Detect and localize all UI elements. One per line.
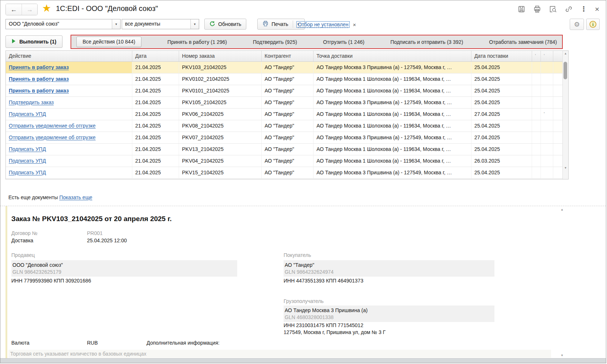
- tab-6[interactable]: Отработать замечания (784): [489, 39, 557, 45]
- delivery-point-cell: АО Тандер Москва 3 Пришвина (а) - 127549…: [314, 62, 471, 73]
- info-button[interactable]: i: [586, 19, 600, 30]
- document-type-select[interactable]: все документы ▼: [122, 19, 199, 29]
- scroll-up-icon[interactable]: ▲: [563, 52, 568, 55]
- print-icon[interactable]: [533, 5, 541, 13]
- document-type-select-value: все документы: [122, 19, 190, 29]
- flag-cell: [532, 120, 541, 132]
- delivery-value: 25.04.2025 12:00: [87, 238, 127, 243]
- column-header-3[interactable]: Номер заказа: [179, 51, 262, 61]
- row-filler: [553, 144, 563, 155]
- execute-button[interactable]: Выполнить (1): [5, 35, 62, 48]
- flag-column-header-1[interactable]: ': [532, 51, 541, 61]
- table-row[interactable]: Принять в работу заказ21.04.2025PKV0101_…: [6, 85, 563, 97]
- currency-label: Валюта: [11, 340, 30, 346]
- organization-select-value: ООО "Деловой союз": [6, 19, 112, 29]
- favorite-star-icon[interactable]: ★: [42, 3, 51, 14]
- flag-cell: [541, 97, 553, 108]
- counterparty-cell: АО "Тандер": [262, 62, 314, 73]
- window-bottom-edge: [0, 358, 606, 363]
- filter-link[interactable]: Отбор не установлен: [296, 21, 350, 28]
- action-link[interactable]: Подтвердить заказ: [9, 99, 54, 105]
- buyer-label: Покупатель: [284, 252, 311, 258]
- delivery-point-cell: АО Тандер Москва 3 Пришвина (а) - 127549…: [314, 167, 471, 178]
- scroll-down-icon[interactable]: ▼: [563, 166, 568, 170]
- tab-3[interactable]: Подтвердить (925): [253, 39, 297, 45]
- scrollbar-thumb[interactable]: [564, 62, 567, 79]
- date-cell: 21.04.2025: [132, 62, 179, 73]
- document-title: Заказ № PKV103_21042025 от 20 апреля 202…: [11, 215, 172, 223]
- flag-cell: [532, 85, 541, 96]
- more-menu-icon[interactable]: ⋮: [580, 5, 587, 13]
- action-link[interactable]: Подписать УПД: [9, 170, 46, 175]
- table-row[interactable]: Подписать УПД21.04.2025PKV13_21042025АО …: [6, 144, 563, 155]
- table-row[interactable]: Отправить уведомление об отгрузке21.04.2…: [6, 132, 563, 144]
- row-filler: [553, 155, 563, 167]
- table-row[interactable]: Подписать УПД21.04.2025PKV06_21042025АО …: [6, 109, 563, 120]
- row-filler: [553, 167, 563, 178]
- save-icon[interactable]: [517, 5, 526, 13]
- order-number-cell: PKV105_21042025: [179, 97, 262, 108]
- order-number-cell: PKV15_21042025: [179, 167, 262, 178]
- action-link[interactable]: Принять в работу заказ: [9, 76, 69, 82]
- action-cell: Принять в работу заказ: [6, 85, 132, 96]
- delivery-point-cell: АО Тандер Москва 3 Пришвина (а) - 127549…: [314, 97, 471, 108]
- table-row[interactable]: Отправить уведомление об отгрузке21.04.2…: [6, 120, 563, 132]
- table-row[interactable]: Подписать УПД21.04.2025PKV04_21042025АО …: [6, 155, 563, 167]
- refresh-button[interactable]: Обновить: [204, 19, 246, 30]
- action-cell: Подписать УПД: [6, 144, 132, 155]
- buyer-block: АО "Тандер" GLN 9864232624974: [284, 260, 494, 277]
- seller-gln: GLN 9864232625179: [12, 269, 235, 276]
- delivery-date-cell: 27.04.2025: [471, 132, 532, 143]
- tab-4[interactable]: Отгрузить (1 246): [323, 39, 364, 45]
- delivery-date-cell: 25.04.2025: [471, 73, 532, 85]
- action-link[interactable]: Подписать УПД: [9, 111, 46, 117]
- filter-clear-icon[interactable]: ×: [353, 22, 356, 28]
- table-row[interactable]: Принять в работу заказ21.04.2025PKV0102_…: [6, 73, 563, 85]
- tab-2[interactable]: Принять в работу (1 296): [167, 39, 227, 45]
- action-link[interactable]: Принять в работу заказ: [9, 88, 69, 94]
- delivery-date-cell: 26.03.2025: [471, 155, 532, 167]
- delivery-date-cell: 25.04.2025: [471, 85, 532, 96]
- preview-search-icon[interactable]: [549, 5, 557, 13]
- column-header-2[interactable]: Дата: [132, 51, 179, 61]
- delivery-date-cell: 25.04.2025: [471, 97, 532, 108]
- tab-5[interactable]: Подписать и отправить (3 392): [390, 39, 463, 45]
- flag-cell: [541, 120, 553, 132]
- chevron-down-icon[interactable]: ▼: [112, 19, 120, 29]
- column-header-4[interactable]: Контрагент: [262, 51, 314, 61]
- action-link[interactable]: Отправить уведомление об отгрузке: [9, 134, 96, 140]
- table-row[interactable]: Принять в работу заказ21.04.2025PKV103_2…: [6, 62, 563, 73]
- action-link[interactable]: Подписать УПД: [9, 158, 46, 164]
- preview-scroll-up-icon[interactable]: ▲: [561, 208, 564, 211]
- flag-cell: [532, 155, 541, 167]
- delivery-date-cell: 27.04.2025: [471, 109, 532, 120]
- flag-cell: [532, 73, 541, 85]
- table-row[interactable]: Подписать УПД21.04.2025PKV15_21042025АО …: [6, 167, 563, 179]
- table-scrollbar[interactable]: ▲ ▼: [562, 51, 568, 179]
- tab-1[interactable]: Все действия (10 844): [76, 37, 141, 47]
- back-button[interactable]: ←: [6, 4, 22, 15]
- action-link[interactable]: Принять в работу заказ: [9, 64, 69, 70]
- order-number-cell: PKV08_21042025: [179, 120, 262, 132]
- printer-icon: [262, 20, 269, 28]
- preview-scroll-down-icon[interactable]: ▼: [561, 354, 564, 357]
- table-row[interactable]: Подтвердить заказ21.04.2025PKV105_210420…: [6, 97, 563, 109]
- close-icon[interactable]: ×: [595, 5, 599, 13]
- organization-select[interactable]: ООО "Деловой союз" ▼: [5, 19, 121, 29]
- chevron-down-icon[interactable]: ▼: [190, 19, 199, 29]
- delivery-date-cell: 25.04.2025: [471, 167, 532, 178]
- column-header-1[interactable]: Действие: [6, 51, 132, 61]
- forward-button[interactable]: →: [22, 4, 37, 15]
- flag-column-header-2[interactable]: ': [541, 51, 553, 61]
- order-number-cell: PKV04_21042025: [179, 155, 262, 167]
- action-link[interactable]: Подписать УПД: [9, 146, 46, 152]
- action-cell: Подписать УПД: [6, 109, 132, 120]
- show-more-link[interactable]: Показать еще: [59, 194, 92, 200]
- column-header-6[interactable]: Дата поставки: [471, 51, 532, 61]
- settings-button[interactable]: ⚙: [570, 19, 584, 30]
- link-icon[interactable]: [565, 5, 573, 13]
- flag-cell: [532, 62, 541, 73]
- action-link[interactable]: Отправить уведомление об отгрузке: [9, 123, 96, 129]
- currency-value: RUB: [87, 340, 98, 346]
- column-header-5[interactable]: Точка доставки: [314, 51, 471, 61]
